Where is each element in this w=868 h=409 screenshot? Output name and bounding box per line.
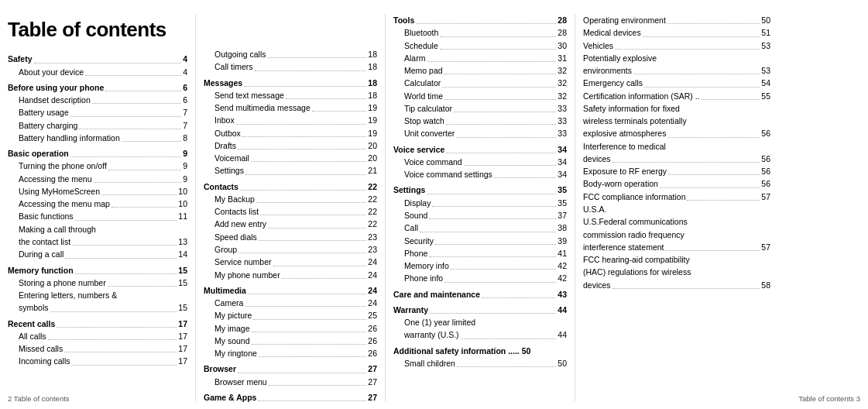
toc-item: Vehicles53 [583,40,770,52]
toc-item: Accessing the menu 9 [19,173,187,185]
toc-item: My phone number24 [214,269,377,281]
toc-item: Add new entry22 [214,218,377,230]
column-3: Tools 28 Bluetooth28 Schedule 30 Alarm 3… [387,14,573,401]
toc-item: Drafts 20 [214,139,377,152]
section-basic-op: Basic operation 9 Turning the phone on/o… [8,147,187,260]
toc-item: Contacts list22 [214,205,377,218]
section-header-additional-safety: Additional safety information ..... 50 [393,345,567,357]
toc-item: Accessing the menu map10 [19,198,187,210]
toc-item: Using MyHomeScreen 10 [19,185,187,198]
toc-item: Security39 [404,235,567,247]
toc-item: Voicemail 20 [214,152,377,164]
toc-item: Handset description 6 [19,94,187,106]
toc-item: Alarm 31 [404,52,567,64]
toc-item: World time32 [404,90,567,102]
toc-item: Stop watch33 [404,115,567,127]
toc-item: Outbox 19 [214,127,377,139]
toc-item: Basic functions 11 [19,210,187,222]
toc-item: Body-worn operation 56 [583,177,770,190]
section-header-before-using: Before using your phone 6 [8,81,187,94]
section-care: Care and maintenance 43 [393,288,567,301]
toc-item: Voice command34 [404,156,567,168]
section-header-memory: Memory function 15 [8,264,187,277]
toc-item: Entering letters, numbers & [19,289,187,301]
column-1: Table of contents Safety 4 About your de… [8,14,194,401]
section-before-using: Before using your phone 6 Handset descri… [8,81,187,144]
toc-item: Send multimedia message19 [214,101,377,114]
toc-item: Potentially explosive [583,52,770,64]
toc-item: My ringtone 26 [214,347,377,359]
section-contacts: Contacts 22 My Backup22 Contacts list22 … [204,180,377,281]
toc-item: Memo pad 32 [404,64,567,77]
section-header-multimedia: Multimedia 24 [204,284,377,297]
section-multimedia: Multimedia 24 Camera24 My picture 25 My … [204,284,377,360]
toc-item: My Backup22 [214,193,377,205]
toc-item: Memory info 42 [404,259,567,272]
toc-item: Phone41 [404,247,567,259]
toc-item: Display 35 [404,197,567,209]
toc-item: wireless terminals potentially [583,115,770,127]
section-header-game-apps: Game & Apps27 [204,391,377,404]
toc-item: Battery charging 7 [19,119,187,132]
toc-item: devices 56 [583,153,770,165]
toc-item: During a call 14 [19,248,187,260]
section-settings: Settings 35 Display 35 Sound37 Call 38 S… [393,184,567,284]
toc-item: Turning the phone on/off 9 [19,160,187,172]
toc-item: U.S.Federal communications [583,215,770,228]
section-additional-safety: Additional safety information ..... 50 S… [393,345,567,370]
section-header-warranty: Warranty 44 [393,304,567,316]
toc-item: About your device 4 [19,66,187,78]
toc-item: Call 38 [404,222,567,234]
toc-item: Outgoing calls 18 [214,48,377,60]
toc-item: the contact list 13 [19,235,187,248]
footer-page-left: 2 Table of contents [8,394,70,403]
section-browser: Browser 27 Browser menu 27 [204,363,377,388]
toc-item: Making a call through [19,223,187,235]
section-header-messages: Messages 18 [204,77,377,89]
toc-item: My picture 25 [214,309,377,321]
toc-item: Incoming calls 17 [19,355,187,367]
toc-item: Missed calls 17 [19,342,187,355]
toc-item: Call timers 18 [214,60,377,73]
toc-item: Inbox19 [214,114,377,126]
toc-item: Battery usage 7 [19,106,187,119]
column-4: Operating environment 50 Medical devices… [577,14,770,401]
toc-item: Browser menu 27 [214,376,377,388]
toc-item: Voice command settings 34 [404,168,567,180]
toc-item: Bluetooth28 [404,26,567,39]
toc-item: My image 26 [214,322,377,335]
footer-page-right: Table of contents 3 [798,394,860,403]
toc-item: Service number24 [214,256,377,268]
section-header-basic-op: Basic operation 9 [8,147,187,160]
toc-item: Certification information (SAR) ..55 [583,90,770,102]
toc-item: Speed dials 23 [214,231,377,243]
toc-item: Operating environment 50 [583,14,770,26]
toc-item: Group 23 [214,243,377,256]
toc-item: (HAC) regulations for wireless [583,266,770,278]
toc-item: Emergency calls 54 [583,77,770,89]
toc-item: Battery handling information 8 [19,132,187,144]
toc-item: My sound 26 [214,335,377,347]
toc-item: FCC compliance information 57 [583,191,770,203]
section-header-voice-service: Voice service 34 [393,143,567,156]
section-header-settings: Settings 35 [393,184,567,196]
section-recent-calls: Recent calls 17 All calls 17 Missed call… [8,318,187,368]
toc-item: symbols 15 [19,301,187,314]
toc-item: Storing a phone number15 [19,277,187,289]
section-safety: Safety 4 About your device 4 [8,53,187,78]
section-voice-service: Voice service 34 Voice command34 Voice c… [393,143,567,181]
section-messages: Messages 18 Send text message18 Send mul… [204,77,377,177]
toc-item: Interference to medical [583,140,770,153]
page-container: Table of contents Safety 4 About your de… [0,0,868,409]
toc-item: explosive atmospheres56 [583,127,770,139]
section-header-contacts: Contacts 22 [204,180,377,193]
toc-item: Unit converter33 [404,127,567,139]
toc-item: devices 58 [583,279,770,291]
section-header-recent-calls: Recent calls 17 [8,318,187,330]
toc-item: Tip calculator 33 [404,102,567,115]
toc-item: Medical devices51 [583,26,770,39]
page-title: Table of contents [8,14,187,45]
toc-item: Phone info 42 [404,272,567,284]
toc-item: warranty (U.S.) 44 [404,328,567,341]
toc-item: All calls 17 [19,330,187,342]
